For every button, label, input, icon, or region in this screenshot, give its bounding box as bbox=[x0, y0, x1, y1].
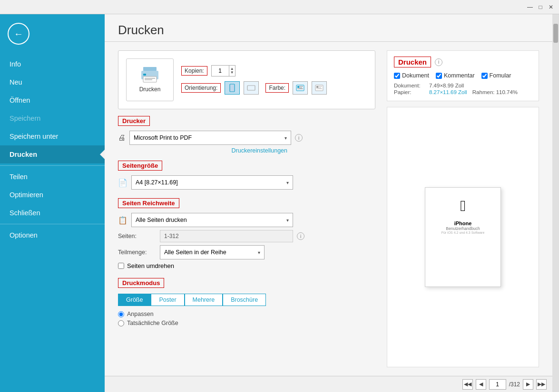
mode-tabs: Größe Poster Mehrere Broschüre bbox=[118, 294, 375, 306]
kopien-input[interactable] bbox=[212, 66, 229, 76]
dokument-checkbox-label: Dokument bbox=[394, 72, 429, 79]
drucker-dropdown[interactable]: Microsoft Print to PDF ▾ bbox=[129, 131, 291, 145]
kopien-row: Kopien: ▲ ▼ bbox=[181, 65, 327, 76]
minimize-button[interactable]: — bbox=[526, 3, 534, 11]
mode-tab-poster[interactable]: Poster bbox=[151, 294, 184, 306]
landscape-button[interactable] bbox=[244, 81, 259, 95]
seitengroesse-dropdown-row: 📄 A4 [8.27×11.69] ▾ bbox=[118, 175, 375, 190]
orientierung-label: Orientierung: bbox=[181, 83, 221, 93]
seitengroesse-dropdown[interactable]: A4 [8.27×11.69] ▾ bbox=[131, 175, 293, 190]
anpassen-radio[interactable] bbox=[118, 311, 124, 317]
seiten-reichweite-dropdown[interactable]: Alle Seiten drucken ▾ bbox=[131, 213, 293, 227]
drucker-section: Drucker 🖨 Microsoft Print to PDF ▾ i Dru… bbox=[118, 116, 375, 154]
print-info-box: Drucken i Dokument Kommentar bbox=[387, 50, 539, 101]
prev-page-button[interactable]: ◀ bbox=[476, 379, 486, 390]
svg-rect-17 bbox=[316, 88, 322, 89]
rahmen-val: 110.74% bbox=[496, 89, 518, 95]
seiten-label: Seiten: bbox=[118, 233, 156, 239]
close-button[interactable]: ✕ bbox=[547, 3, 555, 11]
sidebar-item-drucken[interactable]: Drucken bbox=[0, 145, 105, 163]
checkboxes-row: Dokument Kommentar Fomular bbox=[394, 72, 532, 79]
svg-rect-9 bbox=[297, 86, 299, 88]
svg-rect-4 bbox=[145, 78, 155, 79]
chevron-down-icon-4: ▾ bbox=[258, 250, 260, 255]
doc-key: Dokument: bbox=[394, 83, 427, 88]
dokument-checkbox[interactable] bbox=[394, 73, 400, 79]
printer-icon: 🖨 bbox=[118, 134, 126, 142]
last-page-button[interactable]: ▶▶ bbox=[536, 379, 547, 390]
seiten-umdrehen-row: Seiten umdrehen bbox=[118, 262, 375, 269]
color-print-button[interactable] bbox=[293, 81, 308, 95]
sidebar-nav: Info Neu Öffnen Speichern Speichern unte… bbox=[0, 55, 105, 244]
druckmodus-section: Druckmodus Größe Poster Mehrere Broschür… bbox=[118, 278, 375, 329]
teilmenge-dropdown[interactable]: Alle Seiten in der Reihe ▾ bbox=[160, 245, 265, 259]
drucker-dropdown-row: 🖨 Microsoft Print to PDF ▾ i bbox=[118, 131, 375, 145]
apple-logo-icon:  bbox=[460, 197, 466, 215]
drucken-info-title: Drucken bbox=[394, 57, 431, 67]
right-panel: Drucken i Dokument Kommentar bbox=[387, 50, 539, 367]
svg-rect-15 bbox=[318, 86, 322, 87]
kopien-label: Kopien: bbox=[181, 66, 207, 76]
maximize-button[interactable]: □ bbox=[536, 3, 545, 11]
papier-key: Papier: bbox=[394, 89, 427, 95]
print-label: Drucken bbox=[139, 86, 161, 93]
print-settings: Kopien: ▲ ▼ Orientierung: bbox=[181, 65, 327, 95]
druckmodus-section-label: Druckmodus bbox=[118, 278, 164, 288]
drucker-info-icon[interactable]: i bbox=[295, 134, 303, 142]
print-info-header: Drucken i bbox=[394, 57, 532, 67]
page-number-input[interactable] bbox=[489, 379, 506, 390]
druckereinstellungen-link[interactable]: Druckereinstellungen bbox=[232, 147, 287, 154]
sidebar-item-teilen[interactable]: Teilen bbox=[0, 168, 105, 186]
seiten-umdrehen-checkbox[interactable] bbox=[118, 263, 124, 269]
scrollbar[interactable] bbox=[552, 14, 559, 392]
app-container: ← Info Neu Öffnen Speichern Speichern un… bbox=[0, 14, 559, 392]
sidebar-item-schliessen[interactable]: Schließen bbox=[0, 204, 105, 222]
sidebar-item-oeffnen[interactable]: Öffnen bbox=[0, 91, 105, 109]
doc-info: Dokument: 7.49×8.99 Zoll Papier: 8.27×11… bbox=[394, 83, 532, 95]
formular-checkbox[interactable] bbox=[481, 73, 488, 79]
formular-checkbox-label: Fomular bbox=[481, 72, 511, 79]
first-page-button[interactable]: ◀◀ bbox=[462, 379, 473, 390]
anpassen-radio-row: Anpassen bbox=[118, 311, 375, 317]
scroll-thumb[interactable] bbox=[553, 24, 558, 43]
pagination-bar: ◀◀ ◀ /312 ▶ ▶▶ bbox=[105, 376, 552, 392]
svg-rect-7 bbox=[247, 86, 255, 90]
page-total: /312 bbox=[509, 381, 520, 388]
copy-icon: 📋 bbox=[118, 216, 127, 225]
drucken-info-icon[interactable]: i bbox=[435, 58, 442, 66]
mode-tab-groesse[interactable]: Größe bbox=[118, 294, 151, 306]
sidebar-item-neu[interactable]: Neu bbox=[0, 73, 105, 91]
sidebar-item-info[interactable]: Info bbox=[0, 55, 105, 73]
tatsaechlich-radio[interactable] bbox=[118, 320, 124, 326]
chevron-down-icon-3: ▾ bbox=[286, 218, 289, 223]
seiten-info-icon[interactable]: i bbox=[297, 232, 304, 240]
rahmen-key: Rahmen: bbox=[472, 89, 495, 95]
sidebar-item-optionen[interactable]: Optionen bbox=[0, 226, 105, 244]
papier-val: 8.27×11.69 Zoll Rahmen: 110.74% bbox=[429, 89, 532, 95]
seiten-reichweite-section: Seiten Reichweite 📋 Alle Seiten drucken … bbox=[118, 198, 375, 271]
kopien-spinner[interactable]: ▲ ▼ bbox=[229, 66, 235, 76]
svg-rect-0 bbox=[143, 67, 157, 71]
sidebar-item-speichern: Speichern bbox=[0, 109, 105, 127]
sidebar-divider-2 bbox=[0, 224, 105, 224]
left-panel: Drucken Kopien: ▲ ▼ bbox=[118, 50, 375, 367]
title-bar: — □ ✕ bbox=[0, 0, 559, 14]
sidebar-item-speichern-unter[interactable]: Speichern unter bbox=[0, 127, 105, 145]
book-sub2: Für iOS 4.2 und 4.3 Software bbox=[441, 231, 485, 234]
main-area: Drucken Drucken bbox=[105, 14, 552, 392]
sidebar-item-optimieren[interactable]: Optimieren bbox=[0, 186, 105, 204]
svg-rect-11 bbox=[299, 87, 302, 88]
doc-val: 7.49×8.99 Zoll bbox=[429, 83, 532, 88]
svg-rect-16 bbox=[318, 87, 321, 88]
sidebar: ← Info Neu Öffnen Speichern Speichern un… bbox=[0, 14, 105, 392]
bw-print-button[interactable] bbox=[312, 81, 327, 95]
portrait-button[interactable] bbox=[225, 81, 240, 95]
mode-tab-mehrere[interactable]: Mehrere bbox=[185, 294, 223, 306]
print-button[interactable]: Drucken bbox=[126, 58, 174, 101]
mode-tab-broschure[interactable]: Broschüre bbox=[223, 294, 266, 306]
back-button[interactable]: ← bbox=[8, 23, 29, 45]
next-page-button[interactable]: ▶ bbox=[523, 379, 533, 390]
seiten-input[interactable] bbox=[160, 230, 293, 242]
kommentar-checkbox[interactable] bbox=[436, 73, 442, 79]
anpassen-label: Anpassen bbox=[127, 311, 154, 317]
